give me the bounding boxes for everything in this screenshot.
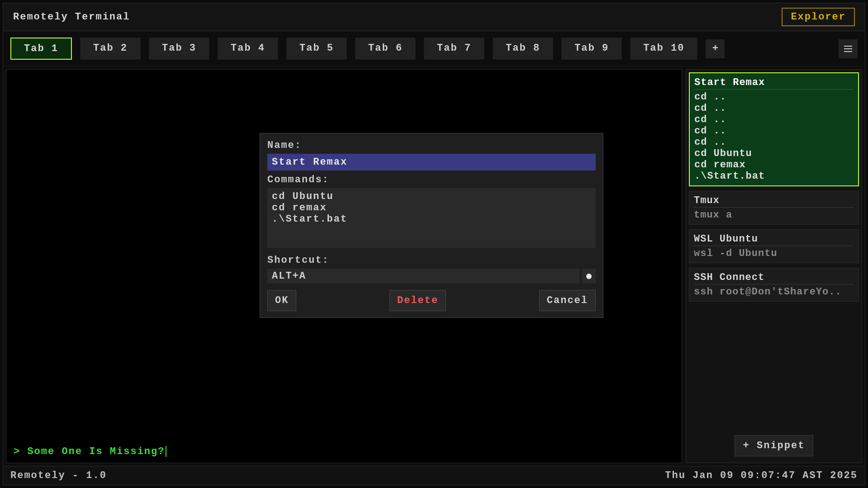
add-snippet-row: + Snippet bbox=[689, 431, 859, 460]
ok-button[interactable]: OK bbox=[267, 290, 296, 311]
snippet-title: WSL Ubuntu bbox=[694, 233, 854, 246]
delete-button[interactable]: Delete bbox=[389, 290, 446, 311]
tab-4[interactable]: Tab 4 bbox=[218, 38, 278, 60]
status-left: Remotely - 1.0 bbox=[10, 470, 107, 481]
status-bar: Remotely - 1.0 Thu Jan 09 09:07:47 AST 2… bbox=[3, 466, 865, 485]
snippet-card[interactable]: Start Remaxcd .. cd .. cd .. cd .. cd ..… bbox=[689, 72, 859, 186]
tab-3[interactable]: Tab 3 bbox=[149, 38, 209, 60]
snippet-sidebar: Start Remaxcd .. cd .. cd .. cd .. cd ..… bbox=[686, 69, 862, 463]
tab-bar: Tab 1Tab 2Tab 3Tab 4Tab 5Tab 6Tab 7Tab 8… bbox=[3, 31, 865, 66]
prompt-prefix: > bbox=[14, 446, 27, 457]
tab-10[interactable]: Tab 10 bbox=[630, 38, 697, 60]
snippet-body: ssh root@Don'tShareYo.. bbox=[694, 286, 854, 298]
app-title: Remotely Terminal bbox=[13, 11, 130, 23]
snippet-title: Start Remax bbox=[694, 77, 854, 90]
cursor-icon bbox=[166, 446, 166, 457]
snippet-body: cd .. cd .. cd .. cd .. cd .. cd Ubuntu … bbox=[694, 91, 854, 182]
terminal-pane[interactable]: > Some One Is Missing? Name: Commands: S… bbox=[6, 69, 682, 463]
main-area: > Some One Is Missing? Name: Commands: S… bbox=[3, 66, 865, 466]
tab-6[interactable]: Tab 6 bbox=[355, 38, 416, 60]
commands-label: Commands: bbox=[267, 174, 596, 185]
snippets-list: Start Remaxcd .. cd .. cd .. cd .. cd ..… bbox=[689, 72, 859, 427]
snippet-card[interactable]: SSH Connectssh root@Don'tShareYo.. bbox=[689, 268, 859, 302]
tab-5[interactable]: Tab 5 bbox=[286, 38, 347, 60]
commands-input[interactable] bbox=[267, 188, 596, 248]
record-shortcut-button[interactable] bbox=[582, 269, 596, 284]
snippet-edit-dialog: Name: Commands: Shortcut: OK Delete Canc… bbox=[260, 133, 603, 318]
prompt-text: Some One Is Missing? bbox=[27, 446, 165, 457]
snippet-body: wsl -d Ubuntu bbox=[694, 248, 854, 259]
terminal-prompt: > Some One Is Missing? bbox=[14, 446, 166, 457]
snippet-body: tmux a bbox=[694, 209, 854, 221]
shortcut-input[interactable] bbox=[267, 269, 579, 284]
tab-8[interactable]: Tab 8 bbox=[493, 38, 553, 60]
explorer-button[interactable]: Explorer bbox=[782, 8, 855, 26]
tab-9[interactable]: Tab 9 bbox=[561, 38, 622, 60]
snippet-card[interactable]: WSL Ubuntuwsl -d Ubuntu bbox=[689, 229, 859, 263]
snippet-title: Tmux bbox=[694, 195, 854, 208]
record-icon bbox=[586, 274, 592, 279]
dialog-buttons: OK Delete Cancel bbox=[267, 290, 596, 311]
tab-1[interactable]: Tab 1 bbox=[10, 38, 72, 60]
header: Remotely Terminal Explorer bbox=[3, 3, 865, 31]
tab-add-button[interactable]: + bbox=[706, 39, 725, 58]
shortcut-row bbox=[267, 269, 596, 284]
hamburger-icon bbox=[844, 46, 852, 52]
tab-2[interactable]: Tab 2 bbox=[80, 38, 141, 60]
tab-7[interactable]: Tab 7 bbox=[424, 38, 484, 60]
shortcut-label: Shortcut: bbox=[267, 255, 596, 266]
cancel-button[interactable]: Cancel bbox=[539, 290, 596, 311]
name-input[interactable] bbox=[267, 154, 596, 171]
snippet-card[interactable]: Tmuxtmux a bbox=[689, 191, 859, 225]
status-right: Thu Jan 09 09:07:47 AST 2025 bbox=[665, 470, 858, 481]
menu-button[interactable] bbox=[839, 39, 858, 58]
add-snippet-button[interactable]: + Snippet bbox=[735, 435, 814, 456]
tabs-host: Tab 1Tab 2Tab 3Tab 4Tab 5Tab 6Tab 7Tab 8… bbox=[10, 38, 697, 60]
name-label: Name: bbox=[267, 140, 596, 151]
app-window: Remotely Terminal Explorer Tab 1Tab 2Tab… bbox=[3, 3, 865, 485]
snippet-title: SSH Connect bbox=[694, 272, 854, 284]
